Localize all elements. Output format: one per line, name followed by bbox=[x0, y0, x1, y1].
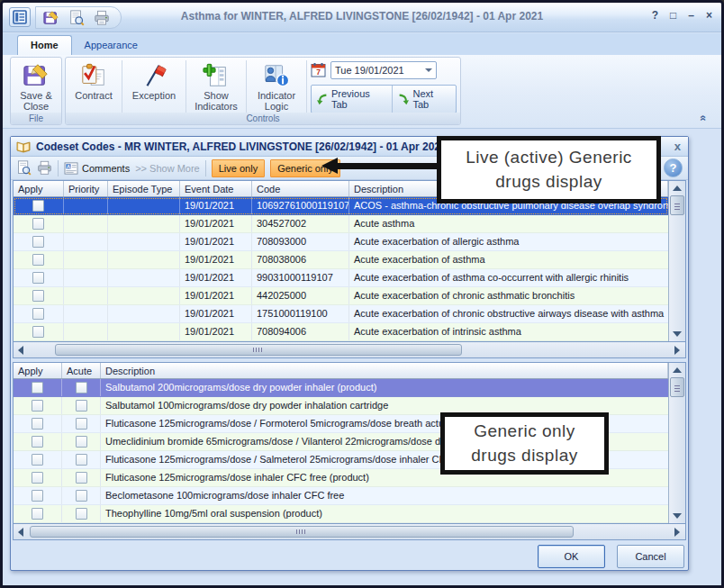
apply-checkbox[interactable] bbox=[76, 490, 87, 502]
cell bbox=[14, 505, 62, 522]
live-only-button[interactable]: Live only bbox=[212, 159, 265, 177]
column-header[interactable]: Episode Type bbox=[108, 181, 180, 196]
help-button[interactable]: ? bbox=[652, 9, 658, 22]
table-row[interactable]: 19/01/2021708093000Acute exacerbation of… bbox=[14, 233, 668, 251]
table-row[interactable]: 19/01/2021708094006Acute exacerbation of… bbox=[14, 323, 668, 341]
column-header[interactable]: Description bbox=[101, 363, 668, 378]
column-header[interactable]: Priority bbox=[64, 181, 108, 196]
cell: 19/01/2021 bbox=[180, 215, 252, 232]
column-header[interactable]: Apply bbox=[14, 181, 64, 196]
column-header[interactable]: Apply bbox=[14, 363, 62, 378]
table-row[interactable]: Theophylline 10mg/5ml oral suspension (p… bbox=[14, 505, 668, 523]
generic-drugs-header: Apply Acute Description bbox=[14, 363, 668, 379]
save-close-button[interactable]: Save & Close bbox=[11, 58, 61, 112]
scroll-down-icon[interactable] bbox=[669, 327, 685, 341]
scrollbar-thumb[interactable] bbox=[30, 526, 574, 538]
cell bbox=[64, 251, 108, 268]
consultation-date-picker[interactable]: Tue 19/01/2021 bbox=[330, 61, 437, 79]
scrollbar-thumb[interactable] bbox=[670, 377, 684, 397]
apply-checkbox[interactable] bbox=[76, 508, 87, 520]
maximize-button[interactable]: □ bbox=[670, 9, 676, 22]
scrollbar-thumb[interactable] bbox=[670, 195, 684, 215]
print-icon[interactable] bbox=[37, 160, 52, 176]
apply-checkbox[interactable] bbox=[32, 400, 43, 412]
tab-home[interactable]: Home bbox=[17, 35, 72, 55]
apply-checkbox[interactable] bbox=[76, 436, 87, 448]
apply-checkbox[interactable] bbox=[32, 272, 44, 284]
callout-generic-only: Generic only drugs display bbox=[440, 412, 609, 475]
cell bbox=[108, 215, 180, 232]
table-row[interactable]: Salbutamol 200micrograms/dose dry powder… bbox=[14, 379, 668, 397]
apply-checkbox[interactable] bbox=[76, 400, 87, 412]
collapse-ribbon-icon[interactable]: « bbox=[698, 115, 710, 122]
scroll-right-icon[interactable] bbox=[670, 528, 684, 537]
apply-checkbox[interactable] bbox=[32, 436, 43, 448]
cell bbox=[64, 269, 108, 286]
apply-checkbox[interactable] bbox=[76, 382, 87, 394]
scroll-right-icon[interactable] bbox=[670, 346, 684, 355]
next-tab-button[interactable]: Next Tab bbox=[393, 86, 456, 113]
ok-button[interactable]: OK bbox=[538, 545, 605, 568]
horizontal-scrollbar[interactable] bbox=[13, 524, 686, 540]
apply-checkbox[interactable] bbox=[76, 472, 87, 484]
show-more-button[interactable]: >> Show More bbox=[135, 163, 200, 174]
table-row[interactable]: 19/01/20211751000119100Acute exacerbatio… bbox=[14, 305, 668, 323]
show-indicators-icon bbox=[203, 62, 230, 89]
cell bbox=[108, 197, 180, 214]
show-indicators-button[interactable]: Show Indicators bbox=[186, 58, 246, 112]
apply-checkbox[interactable] bbox=[32, 290, 44, 302]
apply-checkbox[interactable] bbox=[32, 308, 44, 320]
scroll-left-icon[interactable] bbox=[14, 346, 28, 355]
tab-appearance[interactable]: Appearance bbox=[72, 36, 150, 55]
cell bbox=[108, 233, 180, 250]
cell: 19/01/2021 bbox=[180, 197, 252, 214]
apply-checkbox[interactable] bbox=[32, 490, 43, 502]
vertical-scrollbar[interactable] bbox=[668, 181, 685, 341]
apply-checkbox[interactable] bbox=[32, 382, 43, 394]
scroll-up-icon[interactable] bbox=[669, 181, 685, 195]
close-button[interactable]: × bbox=[706, 9, 712, 22]
cell bbox=[62, 415, 101, 432]
apply-checkbox[interactable] bbox=[32, 200, 44, 212]
cell bbox=[14, 397, 62, 414]
table-row[interactable]: 19/01/2021304527002Acute asthma bbox=[14, 215, 668, 233]
cell bbox=[14, 287, 64, 304]
help-icon[interactable]: ? bbox=[664, 158, 683, 177]
horizontal-scrollbar[interactable] bbox=[13, 342, 686, 358]
apply-checkbox[interactable] bbox=[32, 254, 44, 266]
apply-checkbox[interactable] bbox=[32, 236, 44, 248]
apply-checkbox[interactable] bbox=[76, 418, 87, 430]
table-row[interactable]: 19/01/2021708038006Acute exacerbation of… bbox=[14, 251, 668, 269]
cancel-button[interactable]: Cancel bbox=[617, 545, 684, 568]
comments-button[interactable]: A Comments bbox=[64, 162, 130, 175]
minimize-button[interactable]: – bbox=[688, 9, 694, 22]
apply-checkbox[interactable] bbox=[32, 326, 44, 338]
apply-checkbox[interactable] bbox=[32, 218, 44, 230]
table-row[interactable]: 19/01/2021442025000Acute exacerbation of… bbox=[14, 287, 668, 305]
indicator-logic-label: Indicator Logic bbox=[258, 90, 295, 113]
column-header[interactable]: Event Date bbox=[180, 181, 252, 196]
indicator-logic-button[interactable]: Indicator Logic bbox=[247, 58, 306, 112]
scroll-down-icon[interactable] bbox=[669, 509, 685, 523]
previous-tab-icon bbox=[316, 93, 329, 105]
column-header[interactable]: Code bbox=[252, 181, 349, 196]
column-header[interactable]: Acute bbox=[62, 363, 101, 378]
previous-tab-button[interactable]: Previous Tab bbox=[312, 86, 392, 113]
exception-button[interactable]: Exception bbox=[122, 58, 186, 112]
dialog-close-icon[interactable]: x bbox=[674, 140, 681, 153]
table-row[interactable]: 19/01/202199031000119107Acute exacerbati… bbox=[14, 269, 668, 287]
comments-icon: A bbox=[64, 162, 78, 175]
apply-checkbox[interactable] bbox=[76, 454, 87, 466]
scroll-left-icon[interactable] bbox=[14, 528, 28, 537]
apply-checkbox[interactable] bbox=[32, 454, 43, 466]
apply-checkbox[interactable] bbox=[32, 472, 43, 484]
scroll-up-icon[interactable] bbox=[669, 363, 685, 377]
scrollbar-thumb[interactable] bbox=[55, 344, 462, 356]
table-row[interactable]: Beclometasone 100micrograms/dose inhaler… bbox=[14, 487, 668, 505]
book-icon bbox=[16, 140, 31, 153]
print-preview-icon[interactable] bbox=[16, 160, 32, 176]
vertical-scrollbar[interactable] bbox=[668, 363, 685, 523]
contract-button[interactable]: Contract bbox=[66, 58, 122, 112]
apply-checkbox[interactable] bbox=[32, 418, 43, 430]
apply-checkbox[interactable] bbox=[32, 508, 43, 520]
